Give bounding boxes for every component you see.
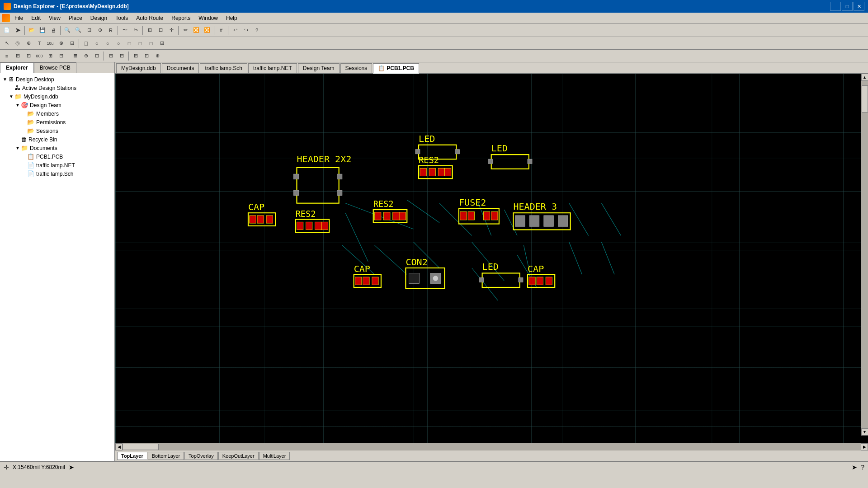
tree-traffic-net[interactable]: 📄 traffic lamp.NET xyxy=(0,161,114,169)
maximize-button[interactable]: □ xyxy=(842,2,853,11)
tree-recycle-bin[interactable]: 🗑 Recycle Bin xyxy=(0,135,114,144)
tb3-2[interactable]: ⊞ xyxy=(13,51,23,61)
tab-explorer[interactable]: Explorer xyxy=(0,62,34,73)
tree-permissions[interactable]: 📂 Permissions xyxy=(0,118,114,127)
menu-window[interactable]: Window xyxy=(195,14,222,22)
tb-grid[interactable]: # xyxy=(216,25,226,35)
v-scroll-track[interactable] xyxy=(861,81,868,428)
scroll-right-btn[interactable]: ▶ xyxy=(861,443,868,450)
layer-tab-topoverlay[interactable]: TopOverlay xyxy=(184,452,218,460)
menu-help[interactable]: Help xyxy=(222,14,241,22)
menu-tools[interactable]: Tools xyxy=(112,14,132,22)
h-scroll-track[interactable] xyxy=(123,443,861,450)
tab-mydesign[interactable]: MyDesign.ddb xyxy=(116,63,161,73)
v-scrollbar[interactable]: ▲ ▼ xyxy=(861,74,868,436)
tb-save[interactable]: 💾 xyxy=(38,25,47,35)
layer-tab-keepout[interactable]: KeepOutLayer xyxy=(218,452,259,460)
tab-traffic-sch[interactable]: traffic lamp.Sch xyxy=(200,63,247,73)
menu-reports[interactable]: Reports xyxy=(168,14,194,22)
tb2-measure[interactable]: 10u xyxy=(45,38,55,48)
tb2-grid2[interactable]: ⊞ xyxy=(157,38,167,48)
minimize-button[interactable]: — xyxy=(830,2,841,11)
tb-zoom-in[interactable]: 🔍 xyxy=(62,25,72,35)
tb2-sq2[interactable]: □ xyxy=(135,38,145,48)
tb3-4[interactable]: 000 xyxy=(34,51,44,61)
tb3-6[interactable]: ⊟ xyxy=(56,51,66,61)
tb-print[interactable]: 🖨 xyxy=(48,25,58,35)
layer-tab-bottom[interactable]: BottomLayer xyxy=(148,452,184,460)
expand-documents[interactable]: ▼ xyxy=(14,145,21,150)
tb-select-rect[interactable]: ⊞ xyxy=(145,25,155,35)
tb-zoom-fit[interactable]: ⊡ xyxy=(84,25,94,35)
tb3-5[interactable]: ⊞ xyxy=(45,51,55,61)
tb2-arc2[interactable]: ○ xyxy=(103,38,113,48)
tb2-select[interactable]: ↖ xyxy=(2,38,12,48)
h-scroll-thumb[interactable] xyxy=(123,444,159,450)
tb3-3[interactable]: ⊡ xyxy=(24,51,33,61)
menu-edit[interactable]: Edit xyxy=(28,14,44,22)
menu-design[interactable]: Design xyxy=(87,14,111,22)
tree-design-desktop[interactable]: ▼ 🖥 Design Desktop xyxy=(0,75,114,84)
tb2-sq1[interactable]: □ xyxy=(124,38,134,48)
scroll-down-btn[interactable]: ▼ xyxy=(861,428,868,436)
tb-navigate[interactable]: ➤ xyxy=(13,25,23,35)
tree-documents[interactable]: ▼ 📁 Documents xyxy=(0,144,114,152)
tb-select-line[interactable]: ⊟ xyxy=(156,25,165,35)
tb-r[interactable]: R xyxy=(106,25,116,35)
scroll-left-btn[interactable]: ◀ xyxy=(115,443,123,450)
tree-sessions[interactable]: 📂 Sessions xyxy=(0,127,114,135)
tb2-text[interactable]: T xyxy=(34,38,44,48)
tb3-7[interactable]: ≣ xyxy=(70,51,80,61)
expand-design-team[interactable]: ▼ xyxy=(14,103,21,108)
tb3-11[interactable]: ⊟ xyxy=(117,51,127,61)
layer-tab-multilayer[interactable]: MultiLayer xyxy=(259,452,290,460)
tb3-10[interactable]: ⊞ xyxy=(106,51,116,61)
expand-mydesign[interactable]: ▼ xyxy=(8,94,14,99)
h-scrollbar[interactable]: ◀ ▶ xyxy=(115,443,868,450)
tree-active-design[interactable]: 🖧 Active Design Stations xyxy=(0,84,114,92)
close-button[interactable]: ✕ xyxy=(854,2,864,11)
tb-plus[interactable]: ✛ xyxy=(166,25,176,35)
tab-sessions[interactable]: Sessions xyxy=(340,63,373,73)
tb3-13[interactable]: ⊡ xyxy=(142,51,151,61)
tb3-12[interactable]: ⊞ xyxy=(131,51,141,61)
tree-mydesign[interactable]: ▼ 📁 MyDesign.ddb xyxy=(0,92,114,101)
tb-pencil[interactable]: ✏ xyxy=(180,25,190,35)
tb-help[interactable]: ? xyxy=(252,25,262,35)
tb-cut[interactable]: ✂ xyxy=(131,25,141,35)
tb-mirror2[interactable]: 🔀 xyxy=(202,25,212,35)
scroll-up-btn[interactable]: ▲ xyxy=(861,74,868,81)
menu-view[interactable]: View xyxy=(45,14,64,22)
tb3-9[interactable]: ⊡ xyxy=(92,51,102,61)
tb-zoom-out[interactable]: 🔍 xyxy=(73,25,83,35)
tree-members[interactable]: 📂 Members xyxy=(0,109,114,118)
pcb-canvas[interactable]: HEADER 2X2 LED xyxy=(115,74,868,443)
tb2-x[interactable]: ⊗ xyxy=(56,38,66,48)
tab-documents[interactable]: Documents xyxy=(162,63,199,73)
expand-design-desktop[interactable]: ▼ xyxy=(2,77,8,82)
tb-open[interactable]: 📂 xyxy=(27,25,37,35)
tb-undo[interactable]: ↩ xyxy=(230,25,240,35)
tb2-arc3[interactable]: ○ xyxy=(113,38,123,48)
menu-file[interactable]: File xyxy=(11,14,27,22)
menu-place[interactable]: Place xyxy=(65,14,86,22)
tree-pcb1[interactable]: 📋 PCB1.PCB xyxy=(0,152,114,161)
v-scroll-thumb[interactable] xyxy=(862,85,868,113)
tab-traffic-net[interactable]: traffic lamp.NET xyxy=(248,63,297,73)
tb-new[interactable]: 📄 xyxy=(2,25,12,35)
tb-mirror[interactable]: 🔀 xyxy=(191,25,201,35)
tab-pcb1[interactable]: 📋 PCB1.PCB xyxy=(373,63,419,74)
tree-design-team[interactable]: ▼ 🎯 Design Team xyxy=(0,101,114,109)
tab-design-team[interactable]: Design Team xyxy=(298,63,340,73)
tb-wire[interactable]: 〜 xyxy=(120,25,130,35)
tb-zoom-area[interactable]: ⊕ xyxy=(95,25,105,35)
tb2-arc1[interactable]: ○ xyxy=(92,38,102,48)
tb2-sq3[interactable]: □ xyxy=(146,38,156,48)
tb3-14[interactable]: ⊕ xyxy=(152,51,162,61)
tb-redo[interactable]: ↪ xyxy=(241,25,251,35)
menu-autoroute[interactable]: Auto Route xyxy=(132,14,167,22)
tb3-8[interactable]: ⊕ xyxy=(81,51,91,61)
tb2-minus[interactable]: ⊟ xyxy=(67,38,77,48)
tree-traffic-sch[interactable]: 📄 traffic lamp.Sch xyxy=(0,169,114,178)
tab-browse-pcb[interactable]: Browse PCB xyxy=(34,62,76,73)
